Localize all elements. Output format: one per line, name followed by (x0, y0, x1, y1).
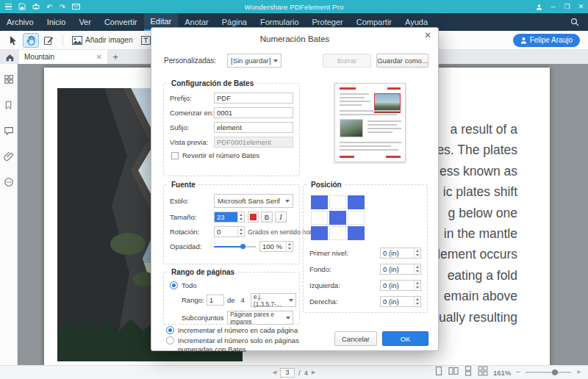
select-tool-button[interactable] (5, 33, 21, 48)
new-tab-button[interactable]: + (107, 50, 123, 64)
opacidad-value[interactable]: 100 % (260, 242, 286, 251)
position-cell[interactable] (311, 195, 328, 209)
attachments-panel-button[interactable] (2, 150, 15, 163)
borrar-button[interactable]: Borrar (323, 54, 371, 68)
fondo-value[interactable]: 0 (in) (381, 264, 414, 274)
redo-icon[interactable]: ↷ (59, 2, 65, 11)
minimize-icon[interactable]: ─ (546, 1, 560, 12)
home-button[interactable] (0, 50, 19, 64)
font-color-swatch[interactable] (248, 212, 259, 223)
tamano-spinner[interactable]: 23 (214, 212, 245, 223)
close-icon[interactable]: ✕ (574, 1, 588, 12)
maximize-icon[interactable]: ❐ (560, 1, 574, 12)
personalizadas-dropdown[interactable]: [Sin guardar] (227, 54, 282, 68)
slider-handle[interactable] (240, 244, 245, 249)
edit-tool-button[interactable] (40, 33, 57, 48)
subconjuntos-dropdown[interactable]: Páginas pares e impares (227, 311, 293, 325)
incrementar-bates-radio[interactable] (166, 336, 174, 344)
rango-desde-input[interactable]: 1 (207, 295, 224, 306)
zoom-slider-handle[interactable] (552, 369, 558, 375)
add-image-button[interactable]: Añadir imagen (68, 33, 137, 48)
two-page-scroll-view-icon[interactable] (478, 366, 488, 379)
cancelar-button[interactable]: Cancelar (334, 331, 377, 346)
position-cell[interactable] (329, 211, 346, 225)
spinner-down-icon[interactable] (238, 232, 244, 237)
user-account-icon[interactable] (532, 1, 546, 12)
comenzar-label: Comenzar en: (170, 109, 214, 117)
menu-item-archivo[interactable]: Archivo (0, 13, 40, 31)
email-icon[interactable] (72, 2, 80, 11)
tamano-value[interactable]: 23 (215, 212, 237, 222)
page-total: 4 (304, 369, 308, 377)
prefijo-input[interactable]: PDF (214, 93, 293, 104)
save-icon[interactable] (18, 2, 26, 11)
hamburger-menu-icon[interactable] (5, 2, 12, 11)
spinner-down-icon[interactable] (287, 247, 293, 252)
zoom-in-icon[interactable]: + (576, 369, 581, 376)
page-number-input[interactable]: 3 (280, 368, 295, 378)
derecha-spinner[interactable]: 0 (in) (380, 296, 421, 307)
estilo-dropdown[interactable]: Microsoft Sans Serif (214, 194, 293, 208)
menu-item-ver[interactable]: Ver (72, 13, 98, 31)
search-icon[interactable] (570, 13, 588, 31)
next-page-icon[interactable]: ▶ (312, 369, 315, 375)
menu-item-inicio[interactable]: Inicio (40, 13, 73, 31)
dialog-close-icon[interactable]: ✕ (424, 31, 431, 40)
bookmarks-panel-button[interactable] (2, 98, 15, 112)
primer-nivel-value[interactable]: 0 (in) (381, 248, 414, 258)
spinner-down-icon[interactable] (238, 217, 244, 223)
tab-close-icon[interactable]: ✕ (96, 54, 102, 61)
bates-mark (387, 87, 401, 90)
incrementar-bates-option[interactable]: Incrementar el número solo en páginas nu… (166, 336, 334, 353)
guardar-como-button[interactable]: Guardar como... (376, 54, 429, 68)
derecha-value[interactable]: 0 (in) (381, 297, 414, 306)
spinner-down-icon[interactable] (415, 270, 420, 275)
estilo-value: Microsoft Sans Serif (218, 197, 280, 205)
zoom-level[interactable]: 161% (493, 369, 511, 377)
spinner-down-icon[interactable] (415, 286, 420, 291)
undo-icon[interactable]: ↶ (46, 2, 52, 11)
ejemplo-dropdown[interactable]: e.j.(1,3,5,7-... (251, 293, 296, 307)
rotacion-value[interactable]: 0 (215, 227, 237, 237)
todo-radio[interactable] (170, 281, 178, 289)
scroll-view-icon[interactable] (464, 366, 473, 379)
opacidad-spinner[interactable]: 100 % (259, 241, 293, 252)
tab-mountain[interactable]: Mountain ✕ (19, 50, 107, 64)
fondo-spinner[interactable]: 0 (in) (380, 264, 421, 275)
position-cell[interactable] (329, 195, 346, 209)
italic-button[interactable]: I (275, 212, 287, 223)
position-cell[interactable] (348, 211, 365, 225)
spinner-down-icon[interactable] (415, 302, 420, 307)
thumbnails-panel-button[interactable] (2, 73, 15, 86)
zoom-slider[interactable] (526, 372, 571, 373)
single-page-view-icon[interactable] (434, 366, 443, 379)
incrementar-pagina-option[interactable]: Incrementar el número en cada página (166, 326, 335, 335)
menu-item-convertir[interactable]: Convertir (98, 13, 144, 31)
revertir-checkbox[interactable] (171, 152, 179, 159)
bold-button[interactable]: B (261, 212, 273, 223)
comenzar-input[interactable]: 0001 (214, 107, 293, 118)
opacidad-slider[interactable] (214, 241, 256, 252)
primer-nivel-spinner[interactable]: 0 (in) (380, 248, 421, 259)
izquierda-spinner[interactable]: 0 (in) (380, 280, 421, 291)
spinner-down-icon[interactable] (415, 253, 420, 259)
rotacion-spinner[interactable]: 0 (214, 226, 245, 237)
comments-panel-button[interactable] (2, 124, 15, 137)
chat-panel-button[interactable] (2, 176, 15, 189)
position-cell[interactable] (348, 226, 365, 240)
chevron-down-icon (286, 317, 290, 320)
position-cell[interactable] (311, 211, 328, 225)
ok-button[interactable]: OK (382, 331, 429, 346)
zoom-out-icon[interactable]: − (516, 369, 520, 376)
print-icon[interactable] (32, 2, 40, 11)
position-cell[interactable] (311, 226, 328, 240)
user-button[interactable]: Felipe Araujo (513, 34, 580, 47)
hand-tool-button[interactable] (23, 33, 39, 48)
sufijo-input[interactable]: element (214, 122, 293, 133)
izquierda-value[interactable]: 0 (in) (381, 281, 414, 290)
two-page-view-icon[interactable] (448, 366, 459, 379)
position-cell[interactable] (348, 195, 365, 209)
prev-page-icon[interactable]: ◀ (273, 369, 276, 375)
position-cell[interactable] (329, 226, 346, 240)
incrementar-pagina-radio[interactable] (166, 326, 174, 334)
